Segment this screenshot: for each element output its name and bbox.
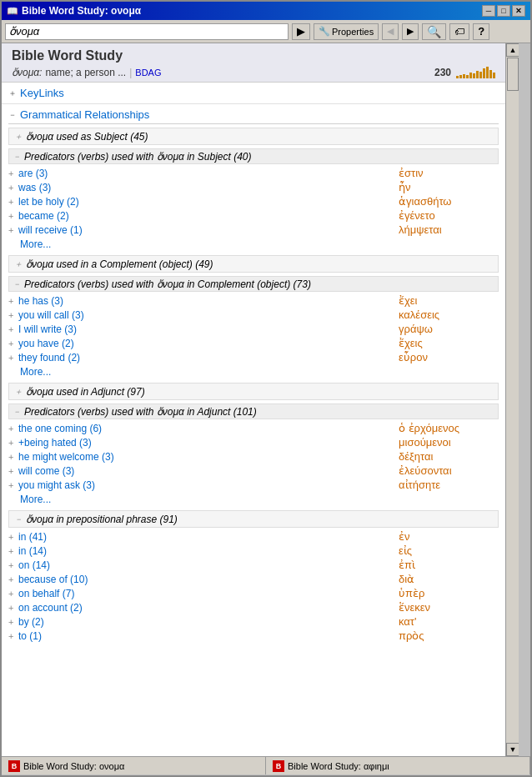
help-button[interactable]: ? <box>473 23 489 40</box>
entry-link[interactable]: you will call (3) <box>18 309 382 321</box>
entry-link[interactable]: on account (2) <box>18 602 382 614</box>
entry-link[interactable]: by (2) <box>18 616 382 628</box>
title-bar-text: Bible Word Study: ονομα <box>22 5 141 17</box>
entry-greek: ἁγιασθήτω <box>382 195 499 208</box>
keylinks-header[interactable]: ＋ KeyLinks <box>8 84 499 102</box>
word-source[interactable]: BDAG <box>135 68 161 78</box>
close-button[interactable]: ✕ <box>512 5 525 17</box>
scroll-down-button[interactable]: ▼ <box>506 743 519 756</box>
status-text-2: Bible Word Study: αφιημι <box>288 761 389 771</box>
more-link-subject[interactable]: More... <box>8 237 499 252</box>
entry-greek: λήμψεται <box>382 223 499 236</box>
adjunct-header[interactable]: ＋ ὄνομα used in Adjunct (97) <box>8 383 499 400</box>
grammatical-expand-icon: － <box>8 109 17 121</box>
entry-link[interactable]: will receive (1) <box>18 224 382 236</box>
entry-link[interactable]: will come (3) <box>18 465 382 477</box>
list-item: + to (1) πρὸς <box>8 629 499 643</box>
subject-header[interactable]: ＋ ὄνομα used as Subject (45) <box>8 128 499 145</box>
forward-button[interactable]: ▶ <box>402 23 419 40</box>
chart-bar <box>473 73 475 78</box>
status-item-2[interactable]: B Bible Word Study: αφιημι <box>266 757 530 774</box>
list-item: + let be holy (2) ἁγιασθήτω <box>8 194 499 208</box>
entry-link[interactable]: +being hated (3) <box>18 437 382 449</box>
entry-link[interactable]: he has (3) <box>18 295 382 307</box>
entry-expand-icon: + <box>8 438 18 448</box>
predicators-complement-header[interactable]: － Predicators (verbs) used with ὄνομα in… <box>8 276 499 292</box>
grammatical-header[interactable]: － Grammatical Relationships <box>8 106 499 124</box>
title-bar-controls: ─ □ ✕ <box>482 5 525 17</box>
entry-link[interactable]: they found (2) <box>18 352 382 363</box>
entry-link[interactable]: on behalf (7) <box>18 588 382 599</box>
entry-link[interactable]: you might ask (3) <box>18 479 382 491</box>
chart-bar <box>489 70 492 78</box>
pred-sub-expand-icon: － <box>13 151 21 163</box>
predicators-adjunct-header[interactable]: － Predicators (verbs) used with ὄνομα in… <box>8 404 499 419</box>
chart-bar <box>459 75 462 78</box>
entry-link[interactable]: he might welcome (3) <box>18 451 382 463</box>
go-button[interactable]: ▶ <box>292 23 310 40</box>
pred-subject-entries: + are (3) ἐστιν + was (3) ἦν + let be ho… <box>8 166 499 252</box>
scroll-up-button[interactable]: ▲ <box>506 43 519 57</box>
pred-comp-label: Predicators (verbs) used with ὄνομα in C… <box>24 278 311 290</box>
entry-greek: ἐγένετο <box>382 209 499 222</box>
subject-expand-icon: ＋ <box>14 131 23 143</box>
entry-expand-icon: + <box>8 338 18 348</box>
entry-link[interactable]: are (3) <box>18 168 382 179</box>
entry-link[interactable]: to (1) <box>18 630 382 642</box>
entry-greek: εἰς <box>382 544 499 557</box>
entry-greek: ἦν <box>382 181 499 193</box>
status-bar: B Bible Word Study: ονομα B Bible Word S… <box>2 756 530 774</box>
prepositional-header[interactable]: － ὄνομα in prepositional phrase (91) <box>8 510 499 528</box>
tag-button[interactable]: 🏷 <box>449 23 469 40</box>
status-item-1[interactable]: B Bible Word Study: ονομα <box>2 757 266 774</box>
entry-link[interactable]: in (14) <box>18 545 382 557</box>
entry-expand-icon: + <box>8 532 18 542</box>
help-icon: ? <box>478 25 484 38</box>
properties-icon: 🔧 <box>319 26 330 37</box>
chart-bar <box>483 68 485 78</box>
status-icon-2: B <box>273 760 284 772</box>
entry-link[interactable]: on (14) <box>18 559 382 571</box>
entry-link[interactable]: the one coming (6) <box>18 423 382 434</box>
minimize-button[interactable]: ─ <box>482 5 495 17</box>
entry-link[interactable]: let be holy (2) <box>18 196 382 208</box>
entry-expand-icon: + <box>8 197 18 207</box>
list-item: + by (2) κατ' <box>8 614 499 629</box>
entry-link[interactable]: became (2) <box>18 210 382 222</box>
entry-link[interactable]: was (3) <box>18 182 382 193</box>
chart-bar <box>493 73 495 78</box>
more-link-adjunct[interactable]: More... <box>8 492 499 507</box>
word-definition: name; a person ... <box>45 67 126 78</box>
entry-link[interactable]: I will write (3) <box>18 323 382 335</box>
list-item: + are (3) ἐστιν <box>8 166 499 180</box>
more-link-complement[interactable]: More... <box>8 364 499 379</box>
list-item: + he has (3) ἔχει <box>8 293 499 308</box>
chart-bar <box>466 75 469 78</box>
back-button[interactable]: ◀ <box>382 23 399 40</box>
entry-greek: εὗρον <box>382 351 499 363</box>
complement-label: ὄνομα used in a Complement (object) (49) <box>26 258 213 270</box>
entry-link[interactable]: you have (2) <box>18 338 382 349</box>
word-count: 230 <box>434 67 451 78</box>
entry-expand-icon: + <box>8 546 18 556</box>
list-item: + I will write (3) γράψω <box>8 322 499 336</box>
search-input[interactable] <box>5 23 289 40</box>
complement-header[interactable]: ＋ ὄνομα used in a Complement (object) (4… <box>8 255 499 273</box>
search-button[interactable]: 🔍 <box>422 23 446 40</box>
entry-link[interactable]: in (41) <box>18 531 382 543</box>
scroll-thumb[interactable] <box>507 58 519 91</box>
list-item: + on behalf (7) ὑπὲρ <box>8 586 499 600</box>
entry-link[interactable]: because of (10) <box>18 574 382 585</box>
scrollbar[interactable]: ▲ ▼ <box>505 43 519 756</box>
maximize-button[interactable]: □ <box>497 5 510 17</box>
keylinks-section: ＋ KeyLinks <box>2 83 505 104</box>
predicators-subject-header[interactable]: － Predicators (verbs) used with ὄνομα in… <box>8 148 499 164</box>
properties-button[interactable]: 🔧 Properties <box>314 23 379 40</box>
chart-bar <box>469 73 472 78</box>
entry-greek: ἕνεκεν <box>382 601 499 614</box>
entry-expand-icon: + <box>8 603 18 613</box>
entry-greek: πρὸς <box>382 629 499 642</box>
title-bar: 📖 Bible Word Study: ονομα ─ □ ✕ <box>2 2 530 20</box>
entry-greek: κατ' <box>382 615 499 628</box>
entry-expand-icon: + <box>8 617 18 627</box>
